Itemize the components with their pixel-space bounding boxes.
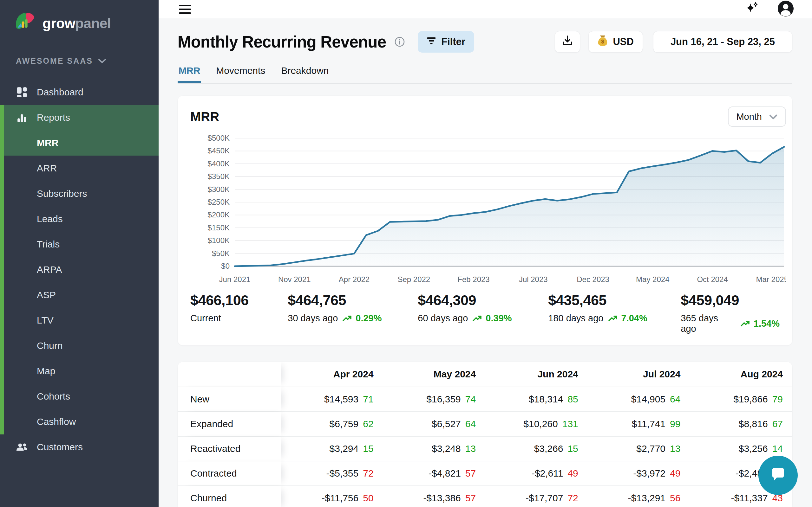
sidebar-item-leads[interactable]: Leads: [0, 206, 159, 232]
workspace-selector[interactable]: AWESOME SAAS: [0, 36, 159, 66]
svg-text:Jul 2023: Jul 2023: [519, 275, 548, 284]
cell-count: 79: [772, 394, 783, 405]
sidebar-item-ltv[interactable]: LTV: [0, 308, 159, 333]
cell-amount: $19,866: [733, 394, 768, 405]
date-range-button[interactable]: Jun 16, 21 - Sep 23, 25: [653, 31, 792, 53]
cell-amount: $6,527: [432, 418, 461, 429]
sidebar-item-reports[interactable]: Reports: [0, 105, 159, 130]
currency-button[interactable]: $ USD: [589, 31, 643, 53]
table-cell: -$2,611 49: [485, 461, 588, 486]
filter-label: Filter: [441, 36, 465, 48]
tab-movements[interactable]: Movements: [215, 65, 266, 83]
stat-change: 0.29%: [342, 313, 382, 324]
svg-text:$500K: $500K: [208, 134, 230, 142]
tab-mrr[interactable]: MRR: [177, 65, 201, 83]
table-cell: $3,266 15: [485, 437, 588, 461]
table-cell: $6,759 62: [281, 412, 383, 436]
filter-icon: [426, 36, 436, 48]
sidebar-item-mrr[interactable]: MRR: [0, 130, 159, 156]
sparkles-icon[interactable]: [744, 0, 761, 18]
svg-text:$300K: $300K: [208, 185, 230, 193]
column-header-may-2024: May 2024: [383, 362, 486, 387]
growpanel-logo-icon: [14, 11, 37, 36]
filter-button[interactable]: Filter: [418, 31, 474, 53]
sidebar-item-asp[interactable]: ASP: [0, 282, 159, 308]
cell-count: 57: [465, 493, 476, 504]
stat-value: $464,765: [288, 292, 418, 308]
stat-value: $435,465: [548, 292, 681, 308]
cell-amount: -$3,972: [633, 468, 665, 479]
stat-change: 1.54%: [740, 319, 780, 329]
sidebar-item-churn[interactable]: Churn: [0, 333, 159, 358]
svg-text:$450K: $450K: [208, 147, 230, 155]
user-avatar[interactable]: [777, 0, 794, 18]
cell-amount: $11,741: [632, 418, 665, 429]
mrr-stat-30-days-ago: $464,765 30 days ago0.29%: [288, 292, 418, 334]
table-cell: $2,770 13: [588, 437, 690, 461]
svg-text:$150K: $150K: [208, 223, 230, 232]
download-icon: [562, 35, 573, 49]
cell-count: 50: [363, 493, 373, 504]
interval-value: Month: [736, 112, 762, 122]
download-button[interactable]: [555, 31, 580, 53]
cell-amount: $8,816: [739, 418, 768, 429]
chart-card-title: MRR: [190, 110, 219, 124]
svg-text:$400K: $400K: [208, 159, 230, 168]
sidebar-item-customers[interactable]: Customers: [0, 435, 159, 460]
table-cell: $10,260 131: [485, 412, 588, 436]
stat-change: 0.39%: [472, 313, 512, 324]
sidebar-item-label: Reports: [37, 112, 70, 123]
mrr-movements-table: Apr 2024May 2024Jun 2024Jul 2024Aug 2024…: [177, 362, 792, 507]
mrr-area-chart[interactable]: $0$50K$100K$150K$200K$250K$300K$350K$400…: [190, 132, 786, 284]
hamburger-menu-icon[interactable]: [179, 5, 191, 14]
table-cell: -$4,821 57: [383, 461, 486, 486]
row-label: Churned: [177, 486, 281, 507]
cell-amount: $16,359: [426, 394, 461, 405]
stat-value: $466,106: [190, 292, 288, 308]
trend-up-icon: [740, 320, 751, 327]
row-label: Expanded: [177, 412, 281, 436]
sidebar-item-arpa[interactable]: ARPA: [0, 257, 159, 282]
cell-count: 49: [670, 468, 680, 479]
cell-count: 49: [567, 468, 578, 479]
table-cell: $18,314 85: [485, 387, 588, 411]
page-title: Monthly Recurring Revenue: [177, 33, 386, 51]
sidebar-item-subscribers[interactable]: Subscribers: [0, 181, 159, 206]
sidebar-item-trials[interactable]: Trials: [0, 232, 159, 257]
svg-text:May 2024: May 2024: [636, 275, 669, 284]
cell-amount: $6,759: [329, 418, 358, 429]
sidebar-item-dashboard[interactable]: Dashboard: [0, 79, 159, 105]
column-header-apr-2024: Apr 2024: [281, 362, 383, 387]
mrr-stat-60-days-ago: $464,309 60 days ago0.39%: [418, 292, 548, 334]
cell-count: 15: [567, 443, 578, 454]
cell-amount: $3,294: [329, 443, 358, 454]
table-cell: $3,248 13: [383, 437, 486, 461]
tab-breakdown[interactable]: Breakdown: [280, 65, 329, 83]
stat-change: 7.04%: [608, 313, 647, 324]
table-row-contracted: Contracted -$5,355 72 -$4,821 57 -$2,611…: [177, 461, 792, 486]
chat-widget-button[interactable]: [758, 456, 798, 495]
table-cell: -$17,707 72: [485, 486, 588, 507]
sidebar: growpanel AWESOME SAAS Dashboard Reports…: [0, 0, 159, 507]
svg-text:Apr 2022: Apr 2022: [339, 275, 369, 284]
cell-count: 62: [363, 418, 373, 429]
sidebar-item-cashflow[interactable]: Cashflow: [0, 409, 159, 435]
cell-count: 71: [363, 394, 373, 405]
interval-select[interactable]: Month: [728, 107, 786, 127]
svg-text:$250K: $250K: [208, 198, 230, 206]
sidebar-item-cohorts[interactable]: Cohorts: [0, 384, 159, 409]
sidebar-item-map[interactable]: Map: [0, 358, 159, 384]
cell-count: 72: [363, 468, 373, 479]
reports-subitems: MRRARRSubscribersLeadsTrialsARPAASPLTVCh…: [0, 130, 159, 435]
cell-amount: $14,905: [631, 394, 665, 405]
svg-text:Jun 2021: Jun 2021: [219, 275, 251, 284]
logo: growpanel: [0, 0, 159, 36]
info-icon[interactable]: [394, 37, 405, 47]
table-cell: $14,593 71: [281, 387, 383, 411]
chevron-down-icon: [98, 56, 106, 66]
table-cell: $8,816 67: [690, 412, 792, 436]
stat-label: 365 days ago1.54%: [681, 313, 780, 334]
mrr-stat-current: $466,106 Current: [190, 292, 288, 334]
cell-amount: -$13,386: [423, 493, 461, 504]
sidebar-item-arr[interactable]: ARR: [0, 156, 159, 181]
